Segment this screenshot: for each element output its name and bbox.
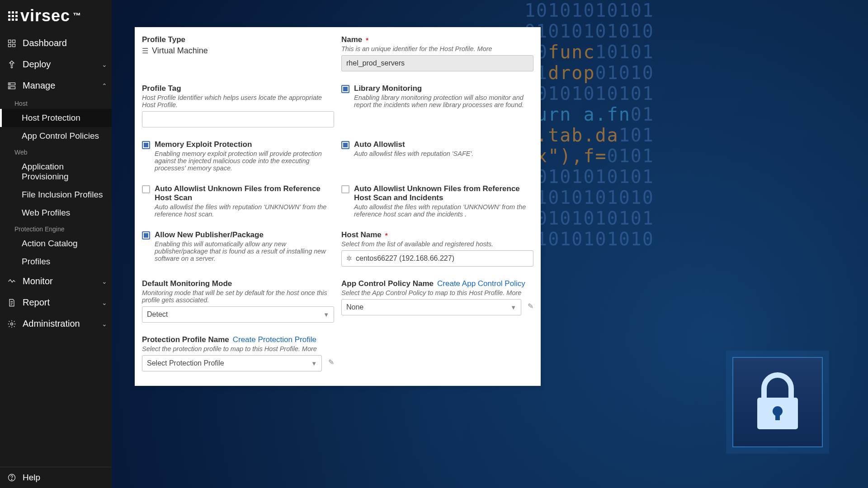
app-control-policy-select[interactable]: None ▼ bbox=[341, 299, 521, 315]
profile-type-label: Profile Type bbox=[142, 35, 185, 44]
protection-profile-select[interactable]: Select Protection Profile ▼ bbox=[142, 355, 322, 371]
svg-rect-3 bbox=[9, 40, 11, 42]
svg-point-12 bbox=[11, 323, 13, 325]
nav-profiles[interactable]: Profiles bbox=[0, 253, 112, 271]
host-profile-form: Profile Type ☰ Virtual Machine Name* Thi… bbox=[135, 27, 541, 386]
nav-administration-label: Administration bbox=[23, 319, 80, 329]
profile-type-value: ☰ Virtual Machine bbox=[142, 46, 334, 56]
auto-unknown-scan-incidents-checkbox[interactable] bbox=[341, 185, 349, 193]
chevron-down-icon: ⌄ bbox=[102, 320, 107, 328]
create-protection-profile-link[interactable]: Create Protection Profile bbox=[233, 335, 316, 344]
name-label: Name* bbox=[341, 35, 368, 44]
chevron-down-icon: ▼ bbox=[311, 360, 317, 367]
svg-point-7 bbox=[11, 66, 12, 68]
protection-profile-label: Protection Profile Name bbox=[142, 335, 229, 344]
allow-new-publisher-help: Enabling this will automatically allow a… bbox=[155, 240, 334, 262]
svg-point-11 bbox=[9, 87, 10, 88]
nav-dashboard-label: Dashboard bbox=[23, 38, 67, 48]
chevron-up-icon: ⌃ bbox=[102, 82, 107, 89]
logo-dots-icon bbox=[8, 11, 18, 21]
sidebar: virsec™ Dashboard Deploy ⌄ Manage ⌃ Host… bbox=[0, 0, 112, 488]
nav-web-profiles[interactable]: Web Profiles bbox=[0, 204, 112, 222]
auto-unknown-scan-incidents-help: Auto allowlist the files with reputation… bbox=[354, 203, 533, 218]
svg-rect-5 bbox=[9, 44, 11, 47]
nav: Dashboard Deploy ⌄ Manage ⌃ Host Host Pr… bbox=[0, 30, 112, 467]
nav-footer: Help bbox=[0, 467, 112, 488]
nav-help[interactable]: Help bbox=[0, 467, 112, 488]
nav-dashboard[interactable]: Dashboard bbox=[0, 33, 112, 54]
nav-manage[interactable]: Manage ⌃ bbox=[0, 75, 112, 96]
protection-profile-help: Select the protection profile to map to … bbox=[142, 345, 334, 352]
help-icon bbox=[7, 473, 16, 482]
dashboard-icon bbox=[7, 39, 16, 48]
default-mode-help: Monitoring mode that will be set by defa… bbox=[142, 289, 334, 304]
memory-exploit-checkbox[interactable] bbox=[142, 141, 150, 149]
library-monitoring-help: Enabling library monitoring protection w… bbox=[354, 94, 533, 108]
app-control-policy-label: App Control Policy Name bbox=[341, 279, 434, 288]
auto-unknown-scan-label: Auto Allowlist Unknown Files from Refere… bbox=[155, 184, 334, 202]
chevron-down-icon: ⌄ bbox=[102, 299, 107, 306]
nav-group-host: Host bbox=[0, 96, 112, 109]
nav-application-provisioning[interactable]: Application Provisioning bbox=[0, 158, 112, 186]
nav-monitor-label: Monitor bbox=[23, 276, 53, 286]
profile-type-text: Virtual Machine bbox=[152, 46, 208, 56]
name-input[interactable] bbox=[341, 55, 533, 71]
profile-tag-label: Profile Tag bbox=[142, 84, 181, 93]
memory-exploit-help: Enabling memory exploit protection will … bbox=[155, 150, 334, 172]
nav-host-protection[interactable]: Host Protection bbox=[0, 109, 112, 127]
host-name-label: Host Name* bbox=[341, 230, 388, 239]
nav-group-web: Web bbox=[0, 145, 112, 158]
memory-exploit-label: Memory Exploit Protection bbox=[155, 140, 252, 149]
gear-icon bbox=[7, 319, 16, 328]
nav-administration[interactable]: Administration ⌄ bbox=[0, 313, 112, 334]
protection-profile-value: Select Protection Profile bbox=[147, 359, 311, 367]
default-mode-label: Default Monitoring Mode bbox=[142, 279, 232, 288]
host-name-select[interactable]: ✲ centos66227 (192.168.66.227) bbox=[341, 250, 533, 267]
library-monitoring-label: Library Monitoring bbox=[354, 84, 422, 93]
host-name-help: Select from the list of available and re… bbox=[341, 240, 533, 248]
default-mode-value: Detect bbox=[147, 310, 323, 319]
auto-unknown-scan-checkbox[interactable] bbox=[142, 185, 150, 193]
edit-icon[interactable]: ✎ bbox=[328, 358, 334, 366]
logo-text: virsec bbox=[20, 6, 70, 25]
nav-manage-label: Manage bbox=[23, 80, 55, 91]
host-name-value: centos66227 (192.168.66.227) bbox=[356, 254, 528, 263]
auto-unknown-scan-help: Auto allowlist the files with reputation… bbox=[155, 203, 334, 218]
app-control-policy-help: Select the App Control Policy to map to … bbox=[341, 289, 533, 296]
vm-icon: ☰ bbox=[142, 47, 148, 55]
nav-file-inclusion-profiles[interactable]: File Inclusion Profiles bbox=[0, 186, 112, 204]
monitor-icon bbox=[7, 277, 16, 286]
manage-icon bbox=[7, 81, 16, 90]
nav-monitor[interactable]: Monitor ⌄ bbox=[0, 271, 112, 292]
host-gear-icon: ✲ bbox=[346, 254, 352, 263]
create-app-control-policy-link[interactable]: Create App Control Policy bbox=[437, 279, 525, 288]
nav-report-label: Report bbox=[23, 297, 50, 308]
svg-rect-2 bbox=[775, 411, 780, 420]
allow-new-publisher-checkbox[interactable] bbox=[142, 231, 150, 239]
nav-app-control-policies[interactable]: App Control Policies bbox=[0, 127, 112, 145]
nav-help-label: Help bbox=[23, 473, 40, 483]
deploy-icon bbox=[7, 60, 16, 69]
svg-rect-4 bbox=[13, 40, 15, 42]
default-mode-select[interactable]: Detect ▼ bbox=[142, 306, 334, 323]
chevron-down-icon: ▼ bbox=[323, 311, 329, 318]
nav-action-catalog[interactable]: Action Catalog bbox=[0, 235, 112, 253]
nav-deploy[interactable]: Deploy ⌄ bbox=[0, 54, 112, 75]
chevron-down-icon: ⌄ bbox=[102, 61, 107, 68]
app-control-policy-value: None bbox=[346, 303, 510, 311]
nav-report[interactable]: Report ⌄ bbox=[0, 292, 112, 313]
svg-rect-6 bbox=[13, 44, 15, 47]
profile-tag-input[interactable] bbox=[142, 111, 334, 127]
auto-allowlist-checkbox[interactable] bbox=[341, 141, 349, 149]
chevron-down-icon: ▼ bbox=[510, 304, 516, 311]
svg-point-14 bbox=[11, 479, 12, 480]
allow-new-publisher-label: Allow New Publisher/Package bbox=[155, 230, 264, 239]
library-monitoring-checkbox[interactable] bbox=[341, 85, 349, 93]
nav-deploy-label: Deploy bbox=[23, 59, 51, 70]
svg-point-10 bbox=[9, 84, 10, 84]
edit-icon[interactable]: ✎ bbox=[528, 302, 533, 310]
lock-badge bbox=[732, 357, 823, 447]
name-help: This is an unique identifier for the Hos… bbox=[341, 45, 533, 52]
nav-group-protection-engine: Protection Engine bbox=[0, 222, 112, 235]
auto-allowlist-label: Auto Allowlist bbox=[354, 140, 405, 149]
